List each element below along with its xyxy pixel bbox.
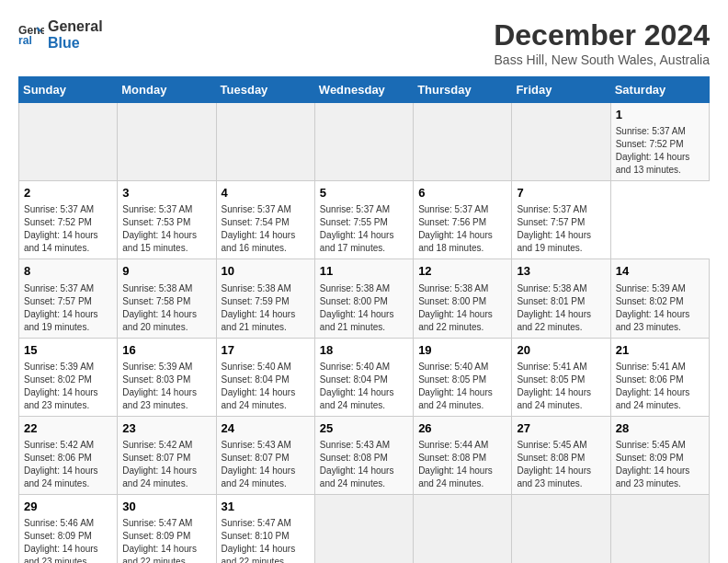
day-cell-23: 23Sunrise: 5:42 AMSunset: 8:07 PMDayligh… (118, 416, 216, 494)
logo-line1: General (48, 18, 103, 34)
month-title: December 2024 (494, 18, 710, 52)
day-cell-28: 28Sunrise: 5:45 AMSunset: 8:09 PMDayligh… (610, 416, 709, 494)
day-cell-1: 1Sunrise: 5:37 AMSunset: 7:52 PMDaylight… (610, 103, 709, 181)
day-cell-11: 11Sunrise: 5:38 AMSunset: 8:00 PMDayligh… (314, 259, 413, 338)
empty-cell (512, 103, 610, 181)
svg-text:ral: ral (18, 34, 32, 47)
week-row-4: 15Sunrise: 5:39 AMSunset: 8:02 PMDayligh… (19, 338, 710, 416)
header-day-tuesday: Tuesday (216, 77, 314, 103)
day-cell-4: 4Sunrise: 5:37 AMSunset: 7:54 PMDaylight… (216, 181, 314, 259)
week-row-5: 22Sunrise: 5:42 AMSunset: 8:06 PMDayligh… (19, 416, 710, 494)
header-day-monday: Monday (118, 77, 216, 103)
week-row-1: 1Sunrise: 5:37 AMSunset: 7:52 PMDaylight… (19, 103, 710, 181)
empty-cell (314, 494, 413, 563)
header-day-thursday: Thursday (414, 77, 512, 103)
day-cell-30: 30Sunrise: 5:47 AMSunset: 8:09 PMDayligh… (118, 494, 216, 563)
day-cell-12: 12Sunrise: 5:38 AMSunset: 8:00 PMDayligh… (414, 259, 512, 338)
empty-cell (19, 103, 118, 181)
location-title: Bass Hill, New South Wales, Australia (494, 52, 710, 67)
logo: Gene ral General Blue (18, 18, 103, 51)
day-cell-21: 21Sunrise: 5:41 AMSunset: 8:06 PMDayligh… (610, 338, 709, 416)
day-cell-31: 31Sunrise: 5:47 AMSunset: 8:10 PMDayligh… (216, 494, 314, 563)
day-cell-15: 15Sunrise: 5:39 AMSunset: 8:02 PMDayligh… (19, 338, 118, 416)
calendar-table: SundayMondayTuesdayWednesdayThursdayFrid… (18, 76, 710, 563)
day-cell-8: 8Sunrise: 5:37 AMSunset: 7:57 PMDaylight… (19, 259, 118, 338)
empty-cell (512, 494, 610, 563)
header-day-sunday: Sunday (19, 77, 118, 103)
empty-cell (610, 494, 709, 563)
header-day-friday: Friday (512, 77, 610, 103)
day-cell-26: 26Sunrise: 5:44 AMSunset: 8:08 PMDayligh… (414, 416, 512, 494)
day-cell-20: 20Sunrise: 5:41 AMSunset: 8:05 PMDayligh… (512, 338, 610, 416)
day-cell-2: 2Sunrise: 5:37 AMSunset: 7:52 PMDaylight… (19, 181, 118, 259)
day-cell-6: 6Sunrise: 5:37 AMSunset: 7:56 PMDaylight… (414, 181, 512, 259)
day-cell-25: 25Sunrise: 5:43 AMSunset: 8:08 PMDayligh… (314, 416, 413, 494)
week-row-2: 2Sunrise: 5:37 AMSunset: 7:52 PMDaylight… (19, 181, 710, 259)
empty-cell (414, 103, 512, 181)
day-cell-13: 13Sunrise: 5:38 AMSunset: 8:01 PMDayligh… (512, 259, 610, 338)
page-header: Gene ral General Blue December 2024 Bass… (18, 18, 710, 67)
day-cell-27: 27Sunrise: 5:45 AMSunset: 8:08 PMDayligh… (512, 416, 610, 494)
day-cell-24: 24Sunrise: 5:43 AMSunset: 8:07 PMDayligh… (216, 416, 314, 494)
day-cell-9: 9Sunrise: 5:38 AMSunset: 7:58 PMDaylight… (118, 259, 216, 338)
header-day-saturday: Saturday (610, 77, 709, 103)
title-area: December 2024 Bass Hill, New South Wales… (494, 18, 710, 67)
day-cell-18: 18Sunrise: 5:40 AMSunset: 8:04 PMDayligh… (314, 338, 413, 416)
day-cell-14: 14Sunrise: 5:39 AMSunset: 8:02 PMDayligh… (610, 259, 709, 338)
header-day-wednesday: Wednesday (314, 77, 413, 103)
day-cell-17: 17Sunrise: 5:40 AMSunset: 8:04 PMDayligh… (216, 338, 314, 416)
day-cell-10: 10Sunrise: 5:38 AMSunset: 7:59 PMDayligh… (216, 259, 314, 338)
day-cell-22: 22Sunrise: 5:42 AMSunset: 8:06 PMDayligh… (19, 416, 118, 494)
day-cell-3: 3Sunrise: 5:37 AMSunset: 7:53 PMDaylight… (118, 181, 216, 259)
logo-icon: Gene ral (18, 22, 44, 48)
empty-cell (216, 103, 314, 181)
logo-line2: Blue (48, 35, 80, 51)
day-cell-19: 19Sunrise: 5:40 AMSunset: 8:05 PMDayligh… (414, 338, 512, 416)
empty-cell (314, 103, 413, 181)
day-cell-29: 29Sunrise: 5:46 AMSunset: 8:09 PMDayligh… (19, 494, 118, 563)
empty-cell (118, 103, 216, 181)
day-cell-7: 7Sunrise: 5:37 AMSunset: 7:57 PMDaylight… (512, 181, 610, 259)
week-row-6: 29Sunrise: 5:46 AMSunset: 8:09 PMDayligh… (19, 494, 710, 563)
empty-cell (414, 494, 512, 563)
day-cell-16: 16Sunrise: 5:39 AMSunset: 8:03 PMDayligh… (118, 338, 216, 416)
week-row-3: 8Sunrise: 5:37 AMSunset: 7:57 PMDaylight… (19, 259, 710, 338)
header-row: SundayMondayTuesdayWednesdayThursdayFrid… (19, 77, 710, 103)
day-cell-5: 5Sunrise: 5:37 AMSunset: 7:55 PMDaylight… (314, 181, 413, 259)
